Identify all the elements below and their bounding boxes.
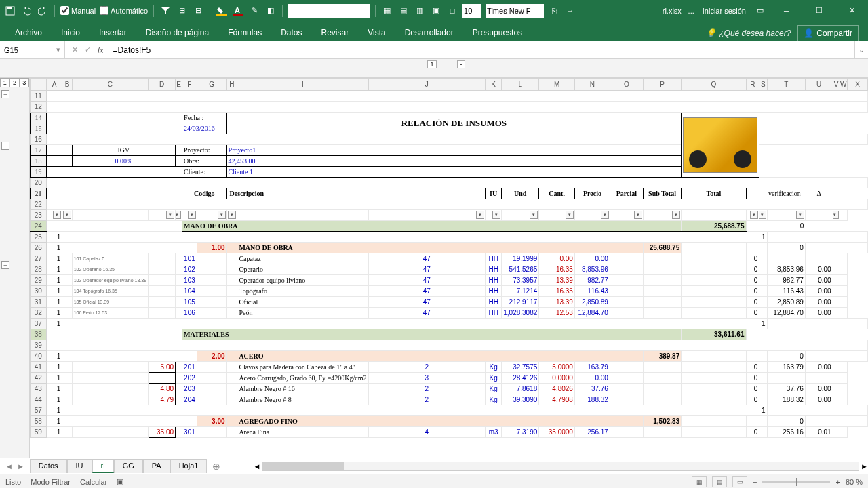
row-level-1[interactable]: 1 (0, 78, 9, 87)
font-name-combo[interactable] (486, 4, 544, 18)
cliente-label: Cliente: (182, 167, 227, 178)
accept-formula-icon[interactable]: ✓ (85, 45, 91, 54)
tab-datos[interactable]: Datos (271, 24, 311, 41)
border3-icon[interactable]: ▥ (414, 5, 426, 17)
tell-me-search[interactable]: 💡 ¿Qué desea hacer? (706, 28, 791, 38)
table-row[interactable]: 271101 Capataz 0101Capataz47HH19.19990.0… (31, 253, 868, 264)
tab-inicio[interactable]: Inicio (52, 24, 90, 41)
igv-value: 0.00% (72, 156, 175, 167)
ribbon-tabs: Archivo Inicio Insertar Diseño de página… (0, 21, 868, 41)
outline-btn[interactable]: – (1, 90, 9, 98)
filter-icon[interactable] (159, 5, 172, 17)
maximize-button[interactable]: ☐ (807, 1, 831, 20)
macro-record-icon[interactable]: ▣ (117, 477, 123, 486)
fill-color-icon[interactable] (216, 5, 228, 17)
border-icon[interactable]: ▦ (381, 5, 393, 17)
sheet-tab-bar: ◄ ► DatosIUriGGPAHoja1 ⊕ ◄► (0, 458, 868, 474)
format-painter-icon[interactable]: ✎ (248, 5, 260, 17)
sheet-tab-iu[interactable]: IU (67, 459, 92, 473)
tab-formulas[interactable]: Fórmulas (218, 24, 271, 41)
spreadsheet-grid[interactable]: ABCDEFGHIJKLMNOPQRSTUVWX 11 12 14 Fecha … (30, 78, 868, 458)
close-button[interactable]: ✕ (840, 1, 864, 20)
font-color-icon[interactable]: A (232, 5, 244, 17)
table-row[interactable]: 291103 Operador equipo liviano 13.39103O… (31, 275, 868, 286)
insert-icon[interactable]: ⎘ (548, 5, 560, 17)
view-pagebreak[interactable]: ▭ (732, 476, 747, 487)
save-icon[interactable] (4, 5, 16, 17)
style-combo[interactable] (288, 4, 370, 18)
sheet-tab-datos[interactable]: Datos (30, 459, 67, 473)
more-icon[interactable]: → (564, 5, 576, 17)
cancel-formula-icon[interactable]: ✕ (72, 45, 78, 54)
zoom-value[interactable]: 80 % (846, 478, 863, 486)
tab-insertar[interactable]: Insertar (90, 24, 136, 41)
svg-text:A: A (235, 6, 240, 14)
table-row[interactable]: 4414.79204Alambre Negro # 82Kg39.30904.7… (31, 394, 868, 405)
ribbon-options-icon[interactable]: ▭ (754, 5, 766, 17)
zoom-in[interactable]: + (835, 478, 840, 486)
col-outline-collapse[interactable]: - (457, 60, 465, 68)
formula-input[interactable] (111, 45, 854, 55)
tab-vista[interactable]: Vista (358, 24, 395, 41)
outline-btn[interactable]: – (1, 261, 9, 269)
title-bar: Manual Automático ⊞ ⊟ A ✎ ◧ ▦ ▤ ▥ ▣ □ ⎘ … (0, 0, 868, 21)
th-delta: Δ (805, 188, 833, 199)
zoom-out[interactable]: − (753, 478, 757, 486)
column-headers[interactable]: ABCDEFGHIJKLMNOPQRSTUVWX (31, 79, 868, 91)
clear-icon[interactable]: ◧ (264, 5, 277, 17)
table-row[interactable]: 4115.00201Clavos para Madera con Cabeza … (31, 362, 868, 373)
filter-row[interactable]: 23 ▾▾▾▾▾ ▾▾▾ ▾▾▾▾▾ ▾▾▾ ▾▾ (31, 210, 868, 221)
sheet-tab-hoja1[interactable]: Hoja1 (170, 459, 208, 473)
mano-total: 25,688.75 (682, 221, 746, 232)
proyecto-label: Proyecto: (182, 145, 227, 156)
th-desc: Descripcion (226, 188, 486, 199)
font-size-combo[interactable] (462, 4, 481, 18)
redo-icon[interactable] (37, 5, 49, 17)
th-cant: Cant. (539, 188, 575, 199)
login-link[interactable]: Iniciar sesión (703, 7, 746, 15)
table-row[interactable]: 321106 Peón 12.53106Peón47HH1,028.308212… (31, 308, 868, 319)
table-row[interactable]: 301104 Topógrafo 16.35104Topógrafo47HH7.… (31, 286, 868, 297)
sheet-tab-pa[interactable]: PA (143, 459, 170, 473)
tab-desarrollador[interactable]: Desarrollador (395, 24, 463, 41)
expand-formula-bar[interactable]: ⌄ (854, 41, 868, 58)
sheet-tab-gg[interactable]: GG (114, 459, 143, 473)
mano-subtotal: 25,688.75 (643, 243, 681, 253)
add-sheet-button[interactable]: ⊕ (207, 461, 226, 472)
view-layout[interactable]: ▤ (712, 476, 727, 487)
border4-icon[interactable]: ▣ (430, 5, 442, 17)
outline-btn[interactable]: – (1, 142, 9, 150)
status-bar: Listo Modo Filtrar Calcular ▣ ▦ ▤ ▭ − + … (0, 474, 868, 488)
table-row[interactable]: 4314.80203Alambre Negro # 162Kg7.86184.8… (31, 384, 868, 394)
fx-icon[interactable]: fx (98, 46, 104, 54)
group-icon[interactable]: ⊞ (176, 5, 188, 17)
horizontal-scrollbar[interactable]: ◄► (253, 462, 868, 471)
ungroup-icon[interactable]: ⊟ (192, 5, 204, 17)
status-filter: Modo Filtrar (31, 478, 71, 486)
border5-icon[interactable]: □ (446, 5, 458, 17)
tab-diseno[interactable]: Diseño de página (136, 24, 218, 41)
tab-presupuestos[interactable]: Presupuestos (463, 24, 532, 41)
col-outline-1[interactable]: 1 (427, 60, 437, 68)
sheet-tab-ri[interactable]: ri (92, 459, 114, 473)
name-box[interactable]: G15▾ (0, 41, 65, 58)
minimize-button[interactable]: ─ (774, 1, 799, 20)
share-button[interactable]: 👤 Compartir (797, 25, 859, 41)
border2-icon[interactable]: ▤ (397, 5, 410, 17)
view-normal[interactable]: ▦ (692, 476, 707, 487)
table-row[interactable]: 311105 Oficial 13.39105Oficial47HH212.91… (31, 297, 868, 308)
tab-revisar[interactable]: Revisar (312, 24, 359, 41)
manual-checkbox[interactable]: Manual (60, 6, 96, 15)
row-level-3[interactable]: 3 (20, 78, 29, 87)
undo-icon[interactable] (20, 5, 33, 17)
zoom-slider[interactable] (762, 481, 830, 483)
table-row[interactable]: 421202Acero Corrugado, Grado 60, Fy =420… (31, 373, 868, 384)
sheet-nav-next[interactable]: ► (17, 462, 24, 470)
table-row[interactable]: 281102 Operario 16.35102Operario47HH541.… (31, 264, 868, 275)
tab-archivo[interactable]: Archivo (5, 24, 52, 41)
row-level-2[interactable]: 2 (9, 78, 19, 87)
auto-checkbox[interactable]: Automático (100, 6, 148, 15)
table-row[interactable]: 59135.00301Arena Fina4m37.319035.0000256… (31, 427, 868, 438)
th-iu: IU (486, 188, 502, 199)
sheet-nav-prev[interactable]: ◄ (5, 462, 13, 470)
